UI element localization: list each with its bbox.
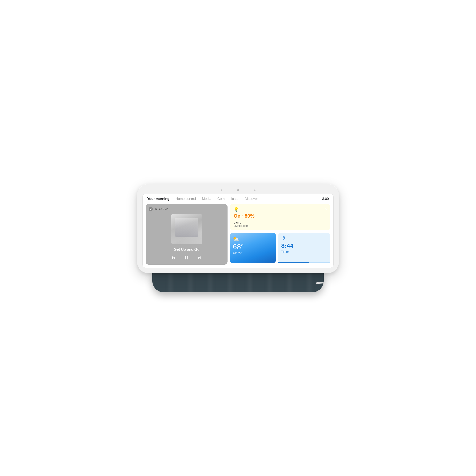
weather-content: ⛅ 68° 76° 65° — [230, 233, 276, 263]
timer-progress-fill — [278, 262, 309, 263]
music-service-icon — [149, 207, 153, 211]
light-status: On · 80% — [234, 213, 326, 219]
timer-progress-bar — [278, 262, 330, 263]
clock-display: 8:00 — [322, 197, 329, 201]
timer-card[interactable]: 8:44 Timer — [278, 233, 330, 263]
timer-label: Timer — [281, 250, 327, 254]
prev-button[interactable] — [171, 255, 176, 262]
google-nest-hub: Your morning Home control Media Communic… — [137, 184, 339, 292]
music-card-header: music & co — [149, 207, 224, 211]
nav-discover[interactable]: Discover — [245, 197, 258, 201]
device-screen: Your morning Home control Media Communic… — [142, 194, 334, 268]
weather-temperature: 68° — [233, 243, 273, 251]
light-card[interactable]: 💡 › On · 80% Lamp Living Room — [230, 204, 330, 230]
speaker-base — [152, 271, 324, 292]
power-cable — [316, 281, 324, 284]
sensor-bar — [142, 189, 334, 191]
pause-button[interactable] — [184, 255, 189, 262]
nav-media[interactable]: Media — [202, 197, 211, 201]
sensor-right — [254, 189, 255, 191]
timer-header — [281, 236, 327, 241]
music-card[interactable]: music & co Get Up and Go — [146, 204, 227, 265]
camera-sensor — [237, 189, 239, 191]
content-area: music & co Get Up and Go — [143, 204, 333, 268]
playback-controls — [149, 255, 224, 262]
light-name: Lamp — [234, 221, 326, 224]
music-source-label: music & co — [154, 207, 168, 211]
right-column: 💡 › On · 80% Lamp Living Room ⛅ — [230, 204, 330, 265]
timer-time: 8:44 — [281, 242, 327, 249]
timer-icon — [281, 236, 285, 241]
light-card-header: 💡 › — [234, 207, 326, 212]
weather-icon: ⛅ — [233, 236, 273, 242]
nav-bar: Your morning Home control Media Communic… — [143, 194, 333, 204]
light-bulb-icon: 💡 — [234, 207, 239, 212]
nav-home-control[interactable]: Home control — [176, 197, 196, 201]
sensor-left — [221, 189, 222, 191]
bottom-row: ⛅ 68° 76° 65° — [230, 233, 330, 263]
next-button[interactable] — [197, 255, 202, 262]
weather-card[interactable]: ⛅ 68° 76° 65° — [230, 233, 276, 263]
light-location: Living Room — [234, 224, 326, 227]
weather-range: 76° 65° — [233, 252, 273, 255]
nav-your-morning[interactable]: Your morning — [147, 197, 170, 201]
device-body: Your morning Home control Media Communic… — [137, 184, 339, 273]
nav-communicate[interactable]: Communicate — [218, 197, 238, 201]
chevron-right-icon[interactable]: › — [325, 207, 326, 211]
album-art — [171, 214, 202, 244]
song-title: Get Up and Go — [149, 247, 224, 252]
